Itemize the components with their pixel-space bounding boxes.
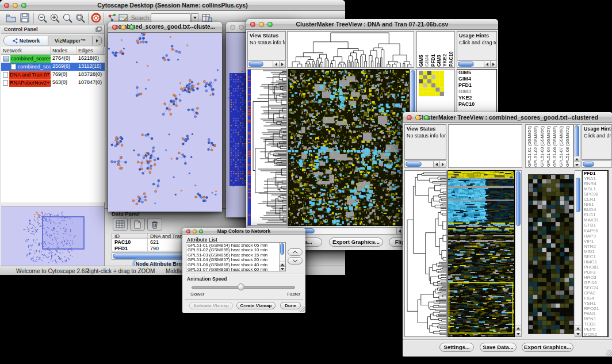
scroll-right-icon[interactable] xyxy=(439,161,446,167)
network-table-row[interactable]: combined_scores 2764(0) 16218(0) xyxy=(1,55,105,63)
scroll-up-icon[interactable] xyxy=(575,325,581,331)
tv1-row-dendrogram-canvas[interactable] xyxy=(248,70,286,225)
move-down-button[interactable] xyxy=(288,257,303,265)
gene-label[interactable]: SEC1 xyxy=(583,254,607,259)
scrollbar-thumb[interactable] xyxy=(280,243,284,255)
network-table-row[interactable]: DNA and Tran 07 769(0) 183728(0) xyxy=(1,71,105,79)
scroll-left-icon[interactable] xyxy=(484,61,490,67)
gene-label[interactable]: MSL1 xyxy=(583,186,607,191)
treeview-combined-titlebar[interactable]: ClusterMaker TreeView : combined_scores_… xyxy=(403,112,612,123)
column-label[interactable]: GPL51-02 (GSM855) xyxy=(533,125,540,167)
close-icon[interactable] xyxy=(407,115,412,120)
zoom-fit-icon[interactable] xyxy=(62,13,74,26)
close-icon[interactable] xyxy=(186,229,190,233)
tv2-column-dendrogram-pane[interactable] xyxy=(448,124,522,168)
search-dropdown-icon[interactable] xyxy=(191,13,198,22)
gene-label[interactable]: VIP1 xyxy=(583,239,607,244)
network-list-header[interactable]: Network Nodes Edges xyxy=(1,47,105,55)
scrollbar-thumb[interactable] xyxy=(576,178,580,212)
gene-label[interactable]: PAN1 xyxy=(583,311,607,316)
scrollbar-thumb[interactable] xyxy=(575,125,579,159)
done-button[interactable]: Done xyxy=(280,302,301,309)
gene-label[interactable]: NIS1 xyxy=(583,202,607,207)
gene-label[interactable]: CPA2 xyxy=(583,290,607,296)
minimize-icon[interactable] xyxy=(121,25,126,30)
tv2-zoom-heatmap-canvas[interactable] xyxy=(529,175,573,334)
column-label[interactable]: GPL51-08 (GSM872) xyxy=(565,125,571,167)
gene-label[interactable]: YRA1 xyxy=(583,176,607,181)
column-label[interactable]: GPL51-04 (GSM857) xyxy=(546,125,552,167)
search-input[interactable] xyxy=(151,13,191,22)
gene-label[interactable]: BUD4 xyxy=(583,207,607,212)
scroll-up-icon[interactable] xyxy=(574,156,580,162)
tv1-heatmap-hscrollbar[interactable] xyxy=(288,227,410,235)
close-icon[interactable] xyxy=(230,25,235,30)
zoom-window-icon[interactable] xyxy=(21,3,26,8)
gene-label[interactable]: PHO81 xyxy=(583,265,607,270)
scrollbar-thumb[interactable] xyxy=(406,162,422,167)
zoom-selected-icon[interactable] xyxy=(75,13,86,26)
column-label[interactable]: GIM5 xyxy=(418,33,424,67)
save-data-button[interactable]: Save Data... xyxy=(480,343,517,352)
column-label[interactable]: GIM4 xyxy=(424,33,430,67)
scroll-left-icon[interactable] xyxy=(433,161,439,167)
scroll-up-icon[interactable] xyxy=(515,325,521,331)
scrollbar-thumb[interactable] xyxy=(583,162,594,167)
column-label[interactable]: PAC10 xyxy=(448,33,454,67)
gene-label[interactable]: MAK31 xyxy=(583,217,607,223)
tv2-heatmap-vscrollbar[interactable] xyxy=(515,170,522,337)
scroll-right-icon[interactable] xyxy=(490,61,496,67)
main-titlebar[interactable]: Cytoscape Desktop (Session Name: collins… xyxy=(0,0,345,11)
gene-label[interactable]: GIM4 xyxy=(457,76,496,82)
zoom-out-icon[interactable] xyxy=(37,13,48,26)
gene-label[interactable]: PAC10 xyxy=(457,101,496,108)
gene-label[interactable]: CLN1 xyxy=(583,197,607,202)
gene-label[interactable]: PFD1 xyxy=(583,171,607,176)
column-label[interactable]: GIM3 xyxy=(436,33,442,67)
zoom-window-icon[interactable] xyxy=(129,25,135,30)
new-attribute-icon[interactable] xyxy=(130,218,145,231)
dialog-titlebar[interactable]: Map Colors to Network xyxy=(182,228,305,235)
gene-label[interactable]: YKE2 xyxy=(457,95,496,101)
tv2-zoom-vscrollbar[interactable] xyxy=(575,170,582,337)
network-view-titlebar[interactable]: combined_scores_good.txt--cluste... xyxy=(108,22,222,33)
gene-label[interactable]: PEP5 xyxy=(583,327,607,332)
tv2-hints-hscrollbar[interactable] xyxy=(582,160,612,168)
tv1-heatmap-canvas[interactable] xyxy=(288,70,409,225)
scroll-right-icon[interactable] xyxy=(279,61,285,67)
gene-label[interactable]: PUF3 xyxy=(583,270,607,275)
close-icon[interactable] xyxy=(112,25,117,30)
animate-vizmap-button[interactable]: Animate Vizmap xyxy=(189,302,233,309)
scroll-left-icon[interactable] xyxy=(273,61,279,67)
resize-grip[interactable] xyxy=(299,306,305,312)
tv2-status-hscrollbar[interactable] xyxy=(404,160,446,168)
scrollbar-thumb[interactable] xyxy=(516,171,521,226)
column-label[interactable]: GPL51-07 (GSM868) xyxy=(559,125,565,167)
birdseye-canvas[interactable] xyxy=(1,206,104,266)
tv2-row-dendrogram-canvas[interactable] xyxy=(405,171,446,336)
export-graphics-button[interactable]: Export Graphics... xyxy=(522,343,573,352)
network-table-row[interactable]: RNAPuberNov2+| 563(0) 107847(0) xyxy=(1,79,105,87)
tv2-gene-list[interactable]: PFD1YRA1RNR4MSL1SPC98CLN1NIS1BUD4ELG1MAK… xyxy=(582,170,609,337)
attribute-list-vscrollbar[interactable] xyxy=(279,243,285,271)
gene-label[interactable]: SPC98 xyxy=(583,191,607,197)
gene-label[interactable]: TCB3 xyxy=(583,321,607,327)
scroll-left-icon[interactable] xyxy=(396,228,403,234)
gene-label[interactable]: NTR2 xyxy=(583,244,607,249)
zoom-in-icon[interactable] xyxy=(49,13,61,26)
tab-network[interactable]: Network xyxy=(4,36,48,45)
minimize-icon[interactable] xyxy=(193,229,197,233)
scrollbar-thumb[interactable] xyxy=(458,62,474,67)
tv1-correlation-heatmap-canvas[interactable] xyxy=(419,71,444,96)
help-lifering-icon[interactable] xyxy=(91,13,102,26)
scroll-down-icon[interactable] xyxy=(515,331,521,336)
resize-grip[interactable] xyxy=(606,350,612,356)
gene-label[interactable]: GIM3 xyxy=(457,89,496,95)
gene-label[interactable]: PFD1 xyxy=(457,82,496,89)
tab-overflow-arrow-icon[interactable] xyxy=(93,36,102,45)
gene-label[interactable]: RPO21 xyxy=(583,306,607,311)
gene-label[interactable]: RNR4 xyxy=(583,181,607,186)
zoom-window-icon[interactable] xyxy=(199,229,203,233)
create-vizmap-button[interactable]: Create Vizmap xyxy=(236,302,276,309)
minimize-icon[interactable] xyxy=(415,115,420,120)
